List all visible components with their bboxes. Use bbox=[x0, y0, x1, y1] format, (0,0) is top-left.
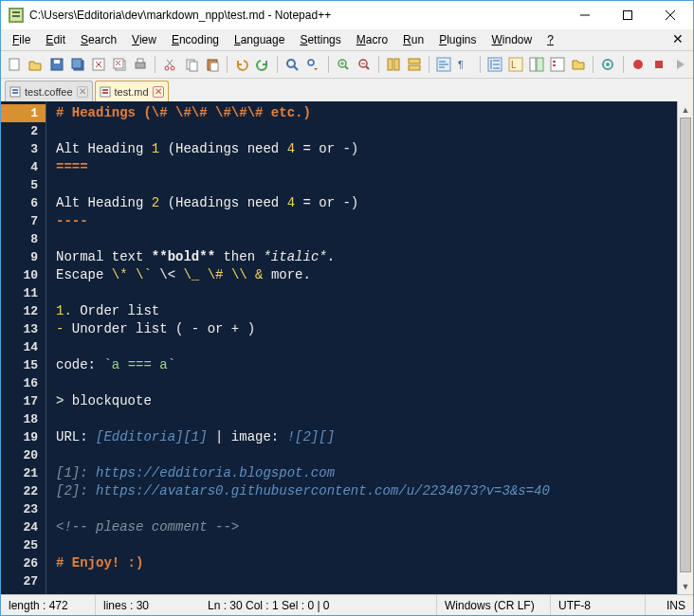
code-line bbox=[56, 176, 693, 194]
svg-rect-66 bbox=[12, 89, 18, 91]
sync-v-button[interactable] bbox=[384, 54, 403, 75]
line-number: 3 bbox=[1, 140, 46, 158]
menu-close-button[interactable]: ✕ bbox=[672, 31, 684, 46]
menu-window[interactable]: Window bbox=[484, 31, 540, 48]
toolbar: ¶ L bbox=[1, 50, 693, 79]
svg-rect-42 bbox=[409, 59, 420, 63]
toolbar-separator bbox=[429, 56, 429, 73]
menu-?[interactable]: ? bbox=[539, 31, 561, 48]
code-line: URL: [Edditoria][1] | image: ![2][] bbox=[56, 428, 693, 446]
menu-settings[interactable]: Settings bbox=[292, 31, 348, 48]
menu-plugins[interactable]: Plugins bbox=[431, 31, 484, 48]
svg-rect-41 bbox=[394, 59, 399, 70]
tab-close-icon[interactable]: ✕ bbox=[77, 86, 88, 98]
save-button[interactable] bbox=[46, 54, 65, 75]
menu-view[interactable]: View bbox=[124, 31, 164, 48]
cut-button[interactable] bbox=[160, 54, 179, 75]
code-line bbox=[56, 374, 693, 392]
line-number: 25 bbox=[1, 536, 46, 554]
code-line: - Unorder list ( - or + ) bbox=[56, 320, 693, 338]
close-all-button[interactable] bbox=[110, 54, 129, 75]
minimize-button[interactable] bbox=[563, 2, 606, 28]
all-chars-button[interactable]: ¶ bbox=[455, 54, 474, 75]
tab-test-coffee[interactable]: test.coffee✕ bbox=[5, 81, 93, 101]
close-file-button[interactable] bbox=[89, 54, 108, 75]
line-number: 10 bbox=[1, 266, 46, 284]
status-lines: lines : 30 bbox=[96, 595, 200, 615]
find-button[interactable] bbox=[283, 54, 301, 75]
paste-button[interactable] bbox=[203, 54, 222, 75]
sync-h-button[interactable] bbox=[405, 54, 424, 75]
line-number: 16 bbox=[1, 374, 46, 392]
menu-edit[interactable]: Edit bbox=[38, 31, 73, 48]
line-number: 24 bbox=[1, 518, 46, 536]
svg-point-23 bbox=[171, 66, 174, 70]
play-button[interactable] bbox=[670, 54, 689, 75]
menu-encoding[interactable]: Encoding bbox=[164, 31, 227, 48]
replace-button[interactable] bbox=[303, 54, 322, 75]
menu-macro[interactable]: Macro bbox=[349, 31, 395, 48]
svg-rect-29 bbox=[210, 63, 218, 71]
undo-button[interactable] bbox=[232, 54, 251, 75]
zoom-out-button[interactable] bbox=[355, 54, 374, 75]
indent-guide-button[interactable] bbox=[484, 54, 503, 75]
line-number: 19 bbox=[1, 428, 46, 446]
tab-label: test.md bbox=[115, 86, 149, 98]
svg-rect-5 bbox=[623, 11, 631, 20]
funclist-button[interactable] bbox=[548, 54, 567, 75]
svg-rect-21 bbox=[137, 59, 143, 63]
stop-record-button[interactable] bbox=[649, 54, 668, 75]
tab-test-md[interactable]: test.md✕ bbox=[95, 81, 169, 101]
udl-button[interactable]: L bbox=[506, 54, 525, 75]
status-eol: Windows (CR LF) bbox=[437, 595, 551, 615]
editor: 1234567891011121314151617181920212223242… bbox=[1, 101, 693, 594]
scrollbar-thumb[interactable] bbox=[680, 118, 691, 572]
monitoring-button[interactable] bbox=[598, 54, 617, 75]
tab-close-icon[interactable]: ✕ bbox=[153, 86, 164, 98]
toolbar-separator bbox=[227, 56, 228, 73]
line-number: 12 bbox=[1, 302, 46, 320]
menu-language[interactable]: Language bbox=[227, 31, 292, 48]
menu-search[interactable]: Search bbox=[73, 31, 124, 48]
save-all-button[interactable] bbox=[68, 54, 87, 75]
menu-file[interactable]: File bbox=[5, 31, 38, 48]
scroll-down-arrow[interactable]: ▼ bbox=[678, 578, 693, 594]
line-number: 14 bbox=[1, 338, 46, 356]
code-area[interactable]: # Headings (\# \#\# \#\#\# etc.)Alt Head… bbox=[46, 101, 693, 594]
copy-button[interactable] bbox=[182, 54, 201, 75]
code-line bbox=[56, 122, 693, 140]
toolbar-separator bbox=[328, 56, 329, 73]
line-number-gutter: 1234567891011121314151617181920212223242… bbox=[1, 101, 46, 594]
vertical-scrollbar[interactable]: ▲ ▼ bbox=[677, 101, 693, 594]
svg-text:L: L bbox=[511, 60, 517, 70]
code-line: ---- bbox=[56, 212, 693, 230]
code-line bbox=[56, 410, 693, 428]
scroll-up-arrow[interactable]: ▲ bbox=[678, 101, 693, 118]
folder-browser-button[interactable] bbox=[569, 54, 588, 75]
docmap-button[interactable] bbox=[527, 54, 546, 75]
maximize-button[interactable] bbox=[606, 2, 648, 28]
svg-line-39 bbox=[366, 66, 369, 69]
svg-rect-57 bbox=[530, 58, 536, 71]
print-button[interactable] bbox=[131, 54, 150, 75]
wordwrap-button[interactable] bbox=[434, 54, 453, 75]
line-number: 13 bbox=[1, 320, 46, 338]
svg-rect-3 bbox=[12, 15, 20, 17]
new-file-button[interactable] bbox=[5, 54, 24, 75]
line-number: 27 bbox=[1, 572, 46, 590]
open-file-button[interactable] bbox=[26, 54, 45, 75]
zoom-in-button[interactable] bbox=[333, 54, 352, 75]
close-button[interactable] bbox=[648, 2, 691, 28]
line-number: 20 bbox=[1, 446, 46, 464]
record-button[interactable] bbox=[628, 54, 647, 75]
code-line bbox=[56, 284, 693, 302]
toolbar-separator bbox=[277, 56, 278, 73]
tab-bar: test.coffee✕test.md✕ bbox=[1, 79, 693, 101]
code-line: Escape \* \` \< \_ \# \\ & more. bbox=[56, 266, 693, 284]
redo-button[interactable] bbox=[253, 54, 272, 75]
code-line: [2]: https://avatars0.githubusercontent.… bbox=[56, 482, 693, 500]
toolbar-separator bbox=[623, 56, 624, 73]
toolbar-separator bbox=[378, 56, 379, 73]
menu-run[interactable]: Run bbox=[395, 31, 431, 48]
svg-rect-69 bbox=[102, 89, 108, 91]
